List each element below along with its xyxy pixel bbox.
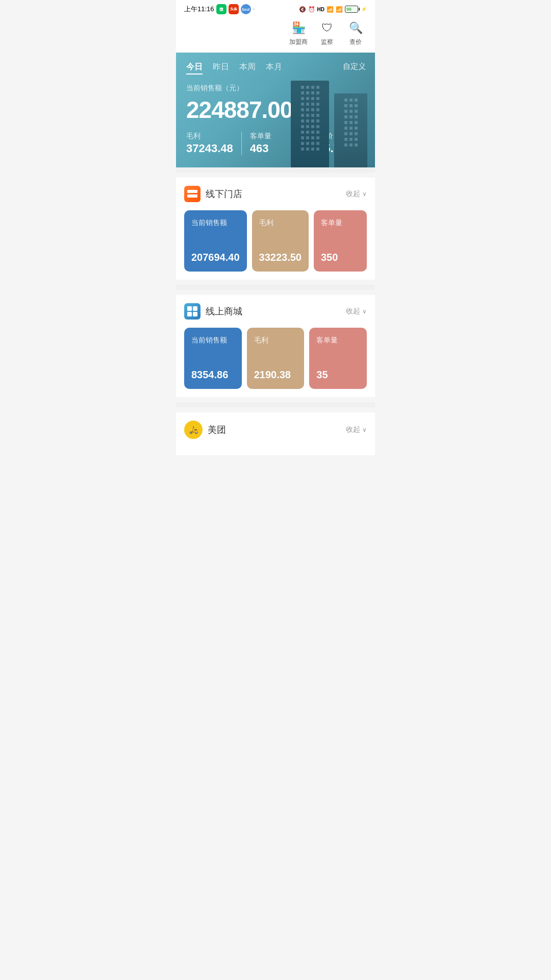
offline-orders-value: 350 (321, 252, 360, 263)
meituan-chevron-icon: ∨ (362, 426, 367, 433)
offline-card-sales: 当前销售额 207694.40 (184, 210, 247, 272)
online-card-orders: 客单量 35 (309, 328, 367, 389)
offline-sales-value: 207694.40 (191, 252, 240, 263)
offline-cards-grid: 当前销售额 207694.40 毛利 33223.50 客单量 350 (184, 210, 367, 272)
offline-title-group: 线下门店 (184, 186, 242, 202)
offline-section: 线下门店 收起 ∨ 当前销售额 207694.40 毛利 33223.50 客单… (176, 178, 375, 280)
offline-card-orders: 客单量 350 (314, 210, 367, 272)
online-cards-grid: 当前销售额 8354.86 毛利 2190.38 客单量 35 (184, 328, 367, 389)
nav-monitor[interactable]: 🛡 监察 (318, 20, 336, 46)
online-title-group: 线上商城 (184, 303, 242, 320)
hero-sub-label: 当前销售额（元） (186, 84, 365, 93)
hero-metric-avg-order: 客单价 485.72 (303, 132, 365, 155)
online-section-header: 线上商城 收起 ∨ (184, 303, 367, 320)
online-toggle[interactable]: 收起 ∨ (346, 307, 367, 316)
online-chevron-icon: ∨ (362, 308, 367, 315)
divider-3 (176, 402, 375, 407)
offline-sales-label: 当前销售额 (191, 218, 240, 228)
alarm-icon: ⏰ (308, 6, 315, 13)
hero-metric-gross-profit: 毛利 37243.48 (186, 132, 241, 155)
offline-card-profit: 毛利 33223.50 (252, 210, 309, 272)
offline-section-header: 线下门店 收起 ∨ (184, 186, 367, 202)
query-price-label: 查价 (349, 38, 362, 46)
wechat-icon: 微 (216, 4, 227, 14)
svg-rect-1 (187, 194, 197, 198)
online-orders-value: 35 (316, 369, 360, 381)
online-icon (184, 303, 201, 320)
online-profit-value: 2190.38 (254, 369, 297, 381)
hero-metrics: 毛利 37243.48 客单量 463 客单价 485.72 (186, 132, 365, 155)
tab-this-week[interactable]: 本周 (239, 62, 256, 75)
avg-order-value: 485.72 (312, 142, 357, 155)
hero-main-value: 224887.00 (186, 96, 365, 124)
tab-this-month[interactable]: 本月 (266, 62, 282, 75)
offline-title: 线下门店 (206, 188, 242, 200)
svg-rect-5 (193, 312, 197, 316)
meituan-toggle-label: 收起 (346, 425, 360, 434)
wifi-icon: 📶 (336, 6, 343, 13)
status-bar: 上午11:16 微 头条 Soul · 🔇 ⏰ HD 📶 📶 96 ⚡ (176, 0, 375, 16)
online-profit-label: 毛利 (254, 336, 297, 345)
hero-banner: 今日 昨日 本周 本月 自定义 当前销售额（元） 224887.00 毛利 37… (176, 53, 375, 167)
hero-metric-order-count: 客单量 463 (241, 132, 303, 155)
nav-query-price[interactable]: 🔍 查价 (346, 20, 365, 46)
order-count-label: 客单量 (250, 132, 295, 141)
battery-indicator: 96 (345, 6, 358, 13)
online-section: 线上商城 收起 ∨ 当前销售额 8354.86 毛利 2190.38 客单量 3… (176, 295, 375, 397)
svg-rect-2 (187, 306, 192, 311)
notification-dot: · (253, 5, 255, 14)
svg-rect-4 (187, 312, 192, 316)
custom-label[interactable]: 自定义 (343, 62, 366, 71)
meituan-title-group: 🛵 美团 (184, 421, 226, 439)
franchise-icon: 🏪 (289, 20, 308, 36)
time-display: 上午11:16 (184, 5, 214, 14)
online-toggle-label: 收起 (346, 307, 360, 316)
offline-chevron-icon: ∨ (362, 190, 367, 198)
offline-profit-value: 33223.50 (259, 252, 302, 263)
svg-rect-0 (187, 190, 197, 193)
online-sales-label: 当前销售额 (191, 336, 235, 345)
meituan-toggle[interactable]: 收起 ∨ (346, 425, 367, 434)
gross-profit-value: 37243.48 (186, 142, 233, 155)
divider-1 (176, 167, 375, 173)
nav-franchise[interactable]: 🏪 加盟商 (289, 20, 308, 46)
meituan-section: 🛵 美团 收起 ∨ (176, 412, 375, 455)
tab-yesterday[interactable]: 昨日 (213, 62, 229, 75)
offline-icon (184, 186, 201, 202)
status-right: 🔇 ⏰ HD 📶 📶 96 ⚡ (299, 6, 367, 13)
meituan-section-header: 🛵 美团 收起 ∨ (184, 421, 367, 439)
meituan-icon: 🛵 (184, 421, 203, 439)
status-left: 上午11:16 微 头条 Soul · (184, 4, 255, 14)
monitor-icon: 🛡 (318, 20, 336, 36)
online-sales-value: 8354.86 (191, 369, 235, 381)
hd-icon: HD (317, 7, 324, 12)
query-price-icon: 🔍 (346, 20, 365, 36)
divider-2 (176, 285, 375, 290)
hero-tabs: 今日 昨日 本周 本月 (186, 62, 365, 75)
charging-icon: ⚡ (361, 7, 367, 12)
monitor-label: 监察 (321, 38, 333, 46)
order-count-value: 463 (250, 142, 295, 155)
signal-icon: 📶 (327, 6, 334, 13)
soul-icon: Soul (241, 4, 251, 14)
svg-rect-3 (193, 306, 197, 311)
online-card-profit: 毛利 2190.38 (247, 328, 305, 389)
offline-orders-label: 客单量 (321, 218, 360, 228)
online-orders-label: 客单量 (316, 336, 360, 345)
toutiao-icon: 头条 (229, 4, 239, 14)
offline-toggle[interactable]: 收起 ∨ (346, 189, 367, 199)
mute-icon: 🔇 (299, 6, 306, 13)
offline-toggle-label: 收起 (346, 189, 360, 199)
top-navigation: 🏪 加盟商 🛡 监察 🔍 查价 (176, 16, 375, 53)
franchise-label: 加盟商 (289, 38, 308, 46)
avg-order-label: 客单价 (312, 132, 357, 141)
meituan-title: 美团 (208, 424, 226, 436)
tab-today[interactable]: 今日 (186, 62, 203, 75)
online-card-sales: 当前销售额 8354.86 (184, 328, 242, 389)
offline-profit-label: 毛利 (259, 218, 302, 228)
online-title: 线上商城 (206, 305, 242, 317)
gross-profit-label: 毛利 (186, 132, 233, 141)
battery-level: 96 (346, 7, 352, 12)
